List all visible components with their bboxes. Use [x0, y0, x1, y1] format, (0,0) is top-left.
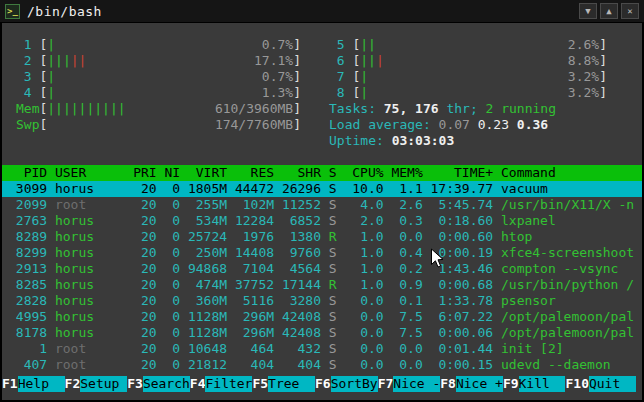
- shade-button[interactable]: ▼: [579, 3, 597, 19]
- process-row[interactable]: 8299horus200250M144089760S1.00.40:00.19x…: [2, 245, 642, 261]
- meter-close-bracket: ]: [599, 69, 607, 85]
- cell-s: S: [321, 341, 337, 357]
- fkey-f9[interactable]: F9Kill: [503, 376, 566, 392]
- cell-virt: 1128M: [180, 325, 227, 341]
- cell-res: 404: [227, 357, 274, 373]
- process-row[interactable]: 3099horus2001805M4447226296S10.01.117:39…: [2, 181, 642, 197]
- cell-cmd: lxpanel: [493, 213, 642, 229]
- cell-user: horus: [47, 293, 125, 309]
- fkey-key-label: F6: [315, 376, 331, 392]
- fkey-f6[interactable]: F6SortBy: [315, 376, 378, 392]
- cell-pid: 8178: [8, 325, 47, 341]
- meter-value: 1.3%: [262, 85, 293, 101]
- cell-shr: 404: [274, 357, 321, 373]
- cell-ni: 0: [157, 261, 180, 277]
- process-row[interactable]: 2913horus2009486871044564S1.00.21:43.46c…: [2, 261, 642, 277]
- cpu4-meter: 4[|1.3%]: [16, 85, 301, 101]
- process-row[interactable]: 8285horus200474M3775217144R1.00.90:00.68…: [2, 277, 642, 293]
- cell-res: 37752: [227, 277, 274, 293]
- col-header-pid[interactable]: PID: [8, 165, 47, 181]
- cell-mem: 0.3: [384, 213, 423, 229]
- cell-pri: 20: [125, 341, 156, 357]
- meter-close-bracket: ]: [293, 37, 301, 53]
- cell-time: 1:43.46: [423, 261, 493, 277]
- cpu1-meter: 1[|0.7%]: [16, 37, 301, 53]
- cell-cmd: /opt/palemoon/pal: [493, 325, 642, 341]
- cell-pri: 20: [125, 357, 156, 373]
- cell-ni: 0: [157, 293, 180, 309]
- cell-cmd: /opt/palemoon/pal: [493, 309, 642, 325]
- meter-value: 610/3960MB: [215, 101, 293, 117]
- col-header-s[interactable]: S: [321, 165, 337, 181]
- cell-res: 44472: [227, 181, 274, 197]
- meter-bars: |: [47, 37, 262, 53]
- fkey-action-label: Filter: [205, 376, 252, 392]
- meter-label: Swp: [16, 117, 39, 133]
- fkey-key-label: F5: [252, 376, 268, 392]
- cell-mem: 0.0: [384, 341, 423, 357]
- col-header-virt[interactable]: VIRT: [180, 165, 227, 181]
- col-header-pri[interactable]: PRI: [125, 165, 156, 181]
- fkey-f5[interactable]: F5Tree: [252, 376, 315, 392]
- cell-virt: 25724: [180, 229, 227, 245]
- col-header-res[interactable]: RES: [227, 165, 274, 181]
- cell-ni: 0: [157, 229, 180, 245]
- swp-meter: Swp[174/7760MB]: [16, 117, 301, 133]
- cell-pid: 8285: [8, 277, 47, 293]
- cell-s: S: [321, 213, 337, 229]
- col-header-user[interactable]: USER: [47, 165, 125, 181]
- col-header-shr[interactable]: SHR: [274, 165, 321, 181]
- cpu3-meter: 3[|0.7%]: [16, 69, 301, 85]
- process-row[interactable]: 2099root200255M102M11252S4.02.65:45.74/u…: [2, 197, 642, 213]
- meter-label: 8: [329, 85, 352, 101]
- terminal-icon: >_: [5, 4, 20, 19]
- load-average-line: Load average: 0.07 0.23 0.36: [329, 117, 607, 133]
- process-row[interactable]: 4995horus2001128M296M42408S0.07.56:07.22…: [2, 309, 642, 325]
- cell-mem: 0.1: [384, 293, 423, 309]
- col-header-cpu[interactable]: CPU%: [337, 165, 384, 181]
- col-header-ni[interactable]: NI: [157, 165, 180, 181]
- process-row[interactable]: 8178horus2001128M296M42408S0.07.50:00.06…: [2, 325, 642, 341]
- fkey-f1[interactable]: F1Help: [2, 376, 65, 392]
- fkey-f4[interactable]: F4Filter: [190, 376, 253, 392]
- cell-mem: 0.2: [384, 261, 423, 277]
- window-titlebar[interactable]: >_ /bin/bash ▼▲✕: [0, 0, 644, 22]
- cell-virt: 21812: [180, 357, 227, 373]
- cell-virt: 10648: [180, 341, 227, 357]
- cell-cmd: /usr/bin/python /: [493, 277, 642, 293]
- col-header-cmd[interactable]: Command: [493, 165, 642, 181]
- process-row[interactable]: 8289horus2002572419761380R1.00.00:00.60h…: [2, 229, 642, 245]
- cell-ni: 0: [157, 309, 180, 325]
- col-header-mem[interactable]: MEM%: [384, 165, 423, 181]
- cell-shr: 42408: [274, 309, 321, 325]
- fkey-f10[interactable]: F10Quit: [565, 376, 635, 392]
- process-row[interactable]: 407root20021812404404S0.00.00:00.15udevd…: [2, 357, 642, 373]
- cell-mem: 0.9: [384, 277, 423, 293]
- cell-cpu: 1.0: [337, 277, 384, 293]
- fkey-f2[interactable]: F2Setup: [65, 376, 128, 392]
- cell-virt: 360M: [180, 293, 227, 309]
- process-row[interactable]: 1root20010648464432S0.00.00:01.44init [2…: [2, 341, 642, 357]
- cell-mem: 1.1: [384, 181, 423, 197]
- cell-res: 296M: [227, 325, 274, 341]
- col-header-time[interactable]: TIME+: [423, 165, 493, 181]
- cpu8-meter: 8[|3.2%]: [329, 85, 607, 101]
- maximize-button[interactable]: ▲: [600, 3, 618, 19]
- fkey-f3[interactable]: F3Search: [127, 376, 190, 392]
- fkey-action-label: Quit: [589, 376, 636, 392]
- fkey-f7[interactable]: F7Nice -: [378, 376, 441, 392]
- cell-pid: 2828: [8, 293, 47, 309]
- cell-mem: 2.6: [384, 197, 423, 213]
- cell-ni: 0: [157, 341, 180, 357]
- fkey-f8[interactable]: F8Nice +: [440, 376, 503, 392]
- process-row[interactable]: 2828horus200360M51163280S0.00.11:33.78ps…: [2, 293, 642, 309]
- cell-ni: 0: [157, 213, 180, 229]
- cell-cpu: 0.0: [337, 357, 384, 373]
- meter-open-bracket: [: [39, 69, 47, 85]
- process-row[interactable]: 2763horus200534M122846852S2.00.30:18.60l…: [2, 213, 642, 229]
- close-button[interactable]: ✕: [621, 3, 639, 19]
- fkey-action-label: SortBy: [331, 376, 378, 392]
- cell-pid: 2913: [8, 261, 47, 277]
- cell-mem: 0.0: [384, 229, 423, 245]
- cell-cmd: compton --vsync: [493, 261, 642, 277]
